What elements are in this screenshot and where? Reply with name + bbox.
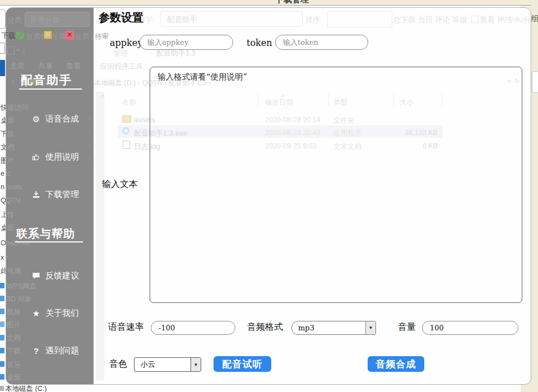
chevron-down-icon[interactable]: ▼ [191,358,201,371]
app-title: 配音助手 [21,72,72,88]
question-mark-icon: ? [31,346,41,356]
sidebar-item-download-manager[interactable]: 下载管理 [31,189,79,200]
rate-label: 语音速率 [108,321,144,333]
page-title: 参数设置 [99,10,143,25]
format-label: 音频格式 [247,321,283,333]
text-input-area[interactable]: 输入格式请看“使用说明” [150,67,522,303]
volume-label: 音量 [398,321,416,333]
sidebar-section-title: 联系与帮助 [16,226,75,241]
format-select[interactable]: mp3 ▼ [291,321,376,335]
speech-bubble-icon [31,271,41,281]
sidebar-item-instructions[interactable]: 使用说明 [31,152,79,162]
thumbs-up-icon [31,152,41,162]
sidebar-item-problems[interactable]: ? 遇到问题 [31,346,79,356]
title-underline [19,88,82,90]
volume-input[interactable]: 100 [422,321,518,335]
preview-button[interactable]: 配音试听 [214,356,271,372]
voice-label: 音色 [109,358,127,370]
appkey-input[interactable]: 输入appkey [140,35,233,50]
synthesize-button[interactable]: 音频合成 [368,356,424,372]
sidebar-item-about-us[interactable]: ★ 关于我们 [31,308,79,319]
appkey-label: appkey [110,38,142,48]
download-link[interactable]: 下载 [1,31,16,41]
sidebar-item-feedback[interactable]: 反馈建议 [31,270,79,281]
chevron-down-icon[interactable]: ▼ [365,321,375,334]
token-label: token [247,38,272,48]
input-text-label: 输入文本 [102,179,138,190]
sidebar-item-speech-synthesis[interactable]: ⚙ 语音合成 [31,114,79,124]
textarea-placeholder: 输入格式请看“使用说明” [150,67,522,82]
download-icon [31,190,41,199]
rate-input[interactable]: -100 [151,321,235,335]
section-underline [15,241,83,242]
token-input[interactable]: 输入token [275,35,368,50]
star-icon: ★ [31,309,41,318]
gear-icon: ⚙ [31,114,41,124]
voice-select[interactable]: 小云 ▼ [134,357,201,372]
